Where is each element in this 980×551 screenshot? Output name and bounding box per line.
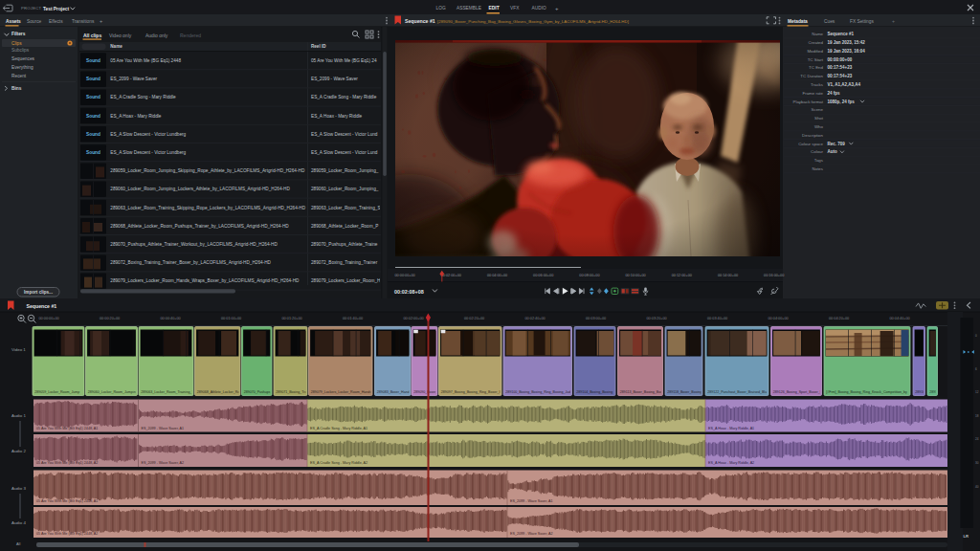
- svg-text:Shot: Shot: [814, 116, 824, 121]
- svg-text:+: +: [892, 18, 895, 24]
- svg-text:00:03:20+00: 00:03:20+00: [647, 317, 667, 320]
- svg-text:05 Are You With Me (BG Eq1) 24: 05 Are You With Me (BG Eq1) 2448, A2: [36, 532, 98, 536]
- svg-text:Notes: Notes: [813, 166, 824, 171]
- svg-text:05 Are You With Me (BG Eq1) 24: 05 Are You With Me (BG Eq1) 24: [311, 58, 377, 63]
- svg-text:00:02:20+00: 00:02:20+00: [464, 317, 484, 320]
- svg-text:ES_A Cradle Song - Mary Riddle: ES_A Cradle Song - Mary Riddle, A2: [310, 461, 368, 465]
- svg-text:289072_Boxing_Training_Trainer: 289072_Boxing_Training_Trainer_Boxer_by_…: [110, 260, 271, 265]
- svg-text:Frame rate: Frame rate: [803, 91, 824, 96]
- svg-text:19 Jan 2023, 16:04: 19 Jan 2023, 16:04: [828, 49, 866, 54]
- svg-text:ES_2099 - Wave Saver: ES_2099 - Wave Saver: [311, 77, 358, 81]
- svg-text:18: 18: [975, 414, 979, 418]
- svg-text:05 Are You With Me (BG Eq1) 24: 05 Are You With Me (BG Eq1) 2448, A2: [36, 461, 98, 465]
- svg-text:Audio 2: Audio 2: [11, 449, 26, 453]
- svg-text:30: 30: [975, 461, 979, 465]
- svg-text:00:00:00+00: 00:00:00+00: [395, 274, 415, 277]
- svg-text:00:02:00+00: 00:02:00+00: [404, 317, 424, 320]
- svg-text:00:02:08+08: 00:02:08+08: [394, 289, 424, 295]
- svg-text:Sequence #1: Sequence #1: [405, 18, 435, 24]
- svg-text:Import clips...: Import clips...: [24, 290, 53, 295]
- svg-text:Created: Created: [808, 40, 823, 45]
- svg-text:289063_Locker_Room_Training_Sk: 289063_Locker_Room_Training_Sk: [141, 390, 196, 394]
- svg-text:Audio 4: Audio 4: [11, 520, 26, 525]
- svg-text:Rendered: Rendered: [180, 33, 201, 38]
- svg-text:Video 1: Video 1: [11, 347, 26, 352]
- svg-text:00:00:40+00: 00:00:40+00: [161, 317, 181, 320]
- svg-text:ES_A Hoax - Mary Riddle, A2: ES_A Hoax - Mary Riddle, A2: [708, 461, 754, 465]
- svg-text:ASSEMBLE: ASSEMBLE: [457, 6, 481, 11]
- svg-text:00:03:40+00: 00:03:40+00: [707, 317, 727, 320]
- svg-text:289100_Boxing_Boxing_Ring_Boxi: 289100_Boxing_Boxing_Ring_Boxing_Jud: [505, 390, 570, 394]
- svg-text:Bins: Bins: [11, 86, 22, 91]
- svg-text:Subclips: Subclips: [11, 48, 30, 53]
- svg-text:289060_Locker_Room_Jumpin: 289060_Locker_Room_Jumpin: [88, 390, 136, 394]
- svg-text:Sequences: Sequences: [11, 56, 35, 61]
- svg-text:289122_Punchout_Boxer_Bruised_: 289122_Punchout_Boxer_Bruised_Blu: [707, 390, 767, 394]
- svg-text:EDIT: EDIT: [489, 6, 500, 11]
- svg-text:00:12:00+00: 00:12:00+00: [672, 274, 692, 277]
- svg-text:1080p, 24 fps: 1080p, 24 fps: [828, 99, 856, 104]
- svg-text:ES_A Slow Descent - Victor Lun: ES_A Slow Descent - Victor Lund: [311, 132, 378, 137]
- svg-text:+: +: [555, 6, 559, 11]
- svg-text:00:01:40+00: 00:01:40+00: [343, 317, 363, 320]
- svg-text:Auto: Auto: [828, 149, 837, 154]
- svg-text:289113_Boxer_Boxing_Boxi: 289113_Boxer_Boxing_Boxi: [620, 390, 663, 394]
- svg-text:All: All: [16, 542, 20, 546]
- svg-text:PROJECT: PROJECT: [21, 6, 41, 11]
- svg-text:LOG: LOG: [436, 6, 446, 11]
- svg-text:289071_Boxing_Tra: 289071_Boxing_Tra: [276, 390, 306, 394]
- svg-text:Sound: Sound: [86, 150, 100, 155]
- svg-text:Sound: Sound: [86, 114, 100, 119]
- svg-text:TC Duration: TC Duration: [800, 74, 823, 78]
- svg-text:6: 6: [975, 367, 977, 371]
- svg-text:ES_A Hoax - Mary Riddle, A1: ES_A Hoax - Mary Riddle, A1: [708, 427, 754, 430]
- svg-text:Assets: Assets: [6, 19, 21, 24]
- svg-text:Sound: Sound: [86, 77, 100, 81]
- svg-text:00:00:20+00: 00:00:20+00: [100, 317, 120, 320]
- svg-text:289059_Locker_Room_Jumping_Ski: 289059_Locker_Room_Jumping_Skipping_Rope…: [110, 168, 305, 173]
- svg-text:Audio 1: Audio 1: [11, 413, 26, 418]
- svg-text:Video only: Video only: [109, 33, 132, 38]
- svg-text:Description: Description: [802, 133, 824, 138]
- svg-text:[#Frm]_Boxing_Boxing_Ring_Knoc: [#Frm]_Boxing_Boxing_Ring_Knock_Competit…: [826, 390, 907, 394]
- svg-text:ES_2099 - Wave Saver, A2: ES_2099 - Wave Saver, A2: [142, 461, 185, 465]
- svg-text:24: 24: [975, 437, 979, 441]
- svg-text:12: 12: [975, 390, 979, 394]
- svg-text:Rec. 709: Rec. 709: [828, 142, 846, 146]
- svg-text:VFX: VFX: [510, 6, 520, 11]
- svg-text:FX Settings: FX Settings: [850, 19, 874, 24]
- svg-text:289070_Pushups_Athlete_Trainer: 289070_Pushups_Athlete_Trainer_Workout_b…: [110, 242, 278, 247]
- svg-text:Sequence #1: Sequence #1: [828, 32, 855, 36]
- svg-text:289079_Lockers_Locker_Room_Han: 289079_Lockers_Locker_Room_Hands_Wraps_B…: [110, 278, 300, 283]
- svg-text:00:04:20+00: 00:04:20+00: [829, 317, 849, 320]
- svg-text:00:01:00+00: 00:01:00+00: [221, 317, 241, 320]
- svg-text:00:00:00+00: 00:00:00+00: [39, 317, 59, 320]
- svg-text:Cues: Cues: [824, 19, 835, 24]
- svg-text:05 Are You With Me (BG Eq1) 24: 05 Are You With Me (BG Eq1) 2448, A1: [36, 499, 98, 503]
- svg-text:24 fps: 24 fps: [828, 91, 841, 96]
- svg-text:00:00:00+00: 00:00:00+00: [828, 57, 853, 62]
- svg-text:ES_2099 - Wave Saver: ES_2099 - Wave Saver: [110, 77, 157, 81]
- svg-text:05 Are You With Me (BG Eq1) 24: 05 Are You With Me (BG Eq1) 2448, A1: [36, 427, 98, 430]
- svg-text:Colour space: Colour space: [798, 142, 823, 146]
- svg-text:289118_Boxer_Boxing_B: 289118_Boxer_Boxing_B: [667, 390, 706, 394]
- svg-text:Audio 3: Audio 3: [11, 486, 26, 491]
- svg-text:289097_Boxing_Boxing_Ring_Boxe: 289097_Boxing_Boxing_Ring_Boxer_B: [441, 390, 502, 394]
- svg-text:ES_A Cradle Song - Mary Riddle: ES_A Cradle Song - Mary Riddle: [110, 95, 176, 99]
- svg-text:289068_Athlete_Locker_Ro: 289068_Athlete_Locker_Ro: [197, 390, 240, 394]
- svg-text:289104_Boxing_Boxing: 289104_Boxing_Boxing: [576, 390, 612, 394]
- svg-text:00:02:40+00: 00:02:40+00: [525, 317, 546, 320]
- svg-text:[289090_Boxer_Punching_Bag_Box: [289090_Boxer_Punching_Bag_Boxing_Gloves…: [437, 19, 629, 24]
- svg-text:00:04:00+00: 00:04:00+00: [768, 317, 789, 320]
- svg-text:289090_Boxer_: 289090_Boxer_: [413, 390, 438, 394]
- svg-text:00:06:00+00: 00:06:00+00: [533, 274, 553, 277]
- svg-text:ES_A Hoax - Mary Riddle: ES_A Hoax - Mary Riddle: [311, 114, 363, 119]
- svg-text:Transitions: Transitions: [72, 19, 95, 24]
- svg-text:05 Are You With Me (BG Eq1) 24: 05 Are You With Me (BG Eq1) 2448: [110, 58, 181, 63]
- svg-text:289059_Locker_Room_Jump: 289059_Locker_Room_Jump: [34, 390, 79, 394]
- svg-text:All clips: All clips: [83, 33, 101, 38]
- svg-text:00:04:40+00: 00:04:40+00: [890, 317, 910, 320]
- svg-text:00:03:00+00: 00:03:00+00: [586, 317, 606, 320]
- svg-text:00:16:00+00: 00:16:00+00: [764, 274, 784, 277]
- svg-text:00:17:54+23: 00:17:54+23: [828, 74, 853, 78]
